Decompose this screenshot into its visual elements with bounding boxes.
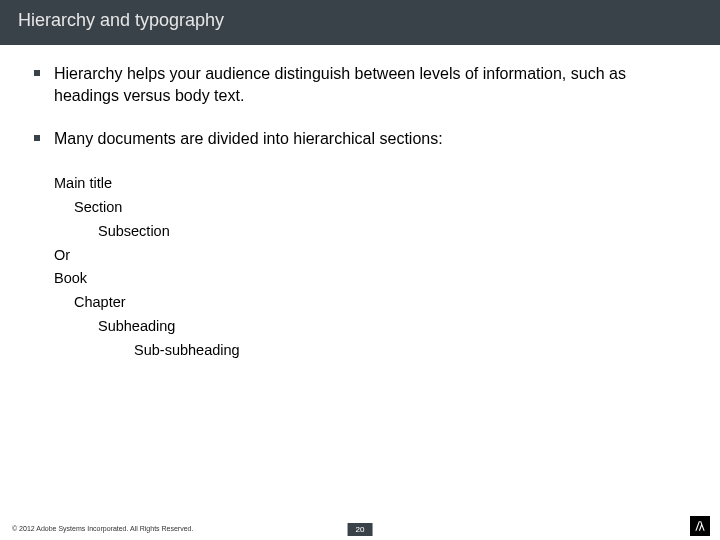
hier-line: Main title xyxy=(54,172,686,196)
slide-title: Hierarchy and typography xyxy=(0,0,720,45)
page-number: 20 xyxy=(348,523,373,536)
hierarchy-example: Main title Section Subsection Or Book Ch… xyxy=(54,172,686,363)
footer: © 2012 Adobe Systems Incorporated. All R… xyxy=(0,516,720,540)
bullet-item: Many documents are divided into hierarch… xyxy=(34,128,686,150)
hier-line: Subsection xyxy=(54,220,686,244)
hier-line: Book xyxy=(54,267,686,291)
bullet-list: Hierarchy helps your audience distinguis… xyxy=(34,63,686,150)
hier-line: Subheading xyxy=(54,315,686,339)
hier-line: Or xyxy=(54,244,686,268)
slide: Hierarchy and typography Hierarchy helps… xyxy=(0,0,720,540)
hier-line: Sub-subheading xyxy=(54,339,686,363)
copyright-text: © 2012 Adobe Systems Incorporated. All R… xyxy=(12,525,193,532)
bullet-text: helps your audience distinguish between … xyxy=(54,65,626,104)
hier-line: Chapter xyxy=(54,291,686,315)
bullet-item: Hierarchy helps your audience distinguis… xyxy=(34,63,686,106)
adobe-logo-icon xyxy=(690,516,710,536)
slide-body: Hierarchy helps your audience distinguis… xyxy=(0,45,720,363)
hier-line: Section xyxy=(54,196,686,220)
bullet-text: Many documents are divided into hierarch… xyxy=(54,130,443,147)
bullet-bold: Hierarchy xyxy=(54,65,122,82)
